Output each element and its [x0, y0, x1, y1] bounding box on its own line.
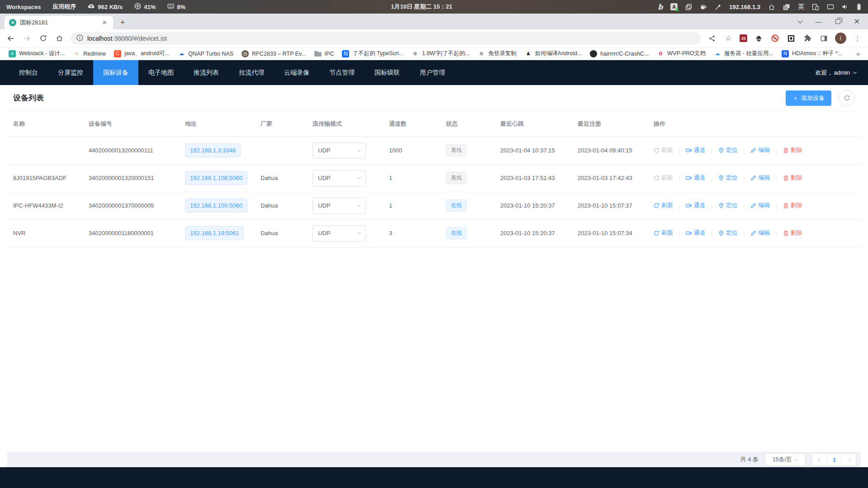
action-separator: |	[776, 204, 777, 210]
bookmark-item[interactable]: ≡ Webstack - 设计...	[5, 48, 69, 59]
action-channel[interactable]: 通道	[686, 146, 705, 154]
input-method-indicator[interactable]: 英	[798, 3, 804, 11]
action-locate[interactable]: 定位	[718, 174, 738, 182]
info-icon[interactable]	[76, 34, 83, 43]
bing-tray-icon[interactable]: b	[658, 3, 663, 11]
bookmark-item[interactable]: C java、android可...	[110, 48, 174, 59]
coffee-tray-icon[interactable]	[700, 4, 707, 10]
nav-item-user-manage[interactable]: 用户管理	[410, 60, 455, 85]
bookmark-item[interactable]: ⊕ 1.8W字|了不起的...	[408, 48, 474, 59]
reload-icon[interactable]	[38, 33, 48, 43]
browser-menu-icon[interactable]: ⋮	[853, 33, 863, 43]
nav-item-node-manage[interactable]: 节点管理	[319, 60, 365, 85]
nav-item-e-map[interactable]: 电子地图	[138, 60, 184, 85]
bookmark-item[interactable]: ◎ RFC2833 – RTP Ev...	[237, 49, 310, 59]
action-refresh[interactable]: 刷新	[654, 201, 673, 209]
battery-icon[interactable]	[856, 3, 862, 10]
chevron-down-icon[interactable]	[798, 20, 802, 23]
action-refresh[interactable]: 刷新	[654, 174, 673, 182]
bookmark-item[interactable]: ⊕ 免登录复制	[474, 48, 521, 59]
translate-tray-icon[interactable]: A	[670, 3, 678, 10]
clipboard-icon[interactable]	[685, 4, 692, 10]
prev-page-button[interactable]	[812, 454, 827, 465]
share-icon[interactable]	[707, 33, 717, 43]
browser-tab-strip: ❋ 国标28181 ✕ ＋ — ✕	[0, 14, 868, 29]
nav-item-split-screen[interactable]: 分屏监控	[48, 60, 93, 85]
nav-item-pull-proxy[interactable]: 拉流代理	[229, 60, 274, 85]
workspaces-button[interactable]: Workspaces	[6, 4, 41, 10]
stream-mode-select[interactable]: UDP	[313, 225, 366, 242]
volume-icon[interactable]	[842, 4, 849, 10]
nav-item-gb-cascade[interactable]: 国标级联	[365, 60, 410, 85]
camera-blocked-extension-icon[interactable]	[770, 33, 780, 43]
action-delete[interactable]: 删除	[783, 201, 802, 209]
side-panel-icon[interactable]	[819, 33, 829, 43]
current-page-number[interactable]: 1	[827, 454, 841, 465]
action-edit[interactable]: 编辑	[750, 229, 770, 237]
home-icon[interactable]	[54, 33, 64, 43]
network-speed-indicator[interactable]: 962 KB/s	[88, 3, 123, 11]
bookmark-item[interactable]: ♟ 如何编译Android...	[521, 48, 586, 59]
refresh-list-button[interactable]	[839, 90, 855, 106]
page-size-select[interactable]: 15条/页	[765, 453, 806, 466]
clock[interactable]: 1月10日 星期二 15：21	[391, 3, 452, 11]
add-device-button[interactable]: ＋ 添加设备	[786, 90, 831, 106]
restore-button[interactable]	[835, 19, 840, 24]
applications-menu[interactable]: 应用程序	[52, 3, 76, 11]
bookmarks-overflow-icon[interactable]: »	[853, 50, 863, 57]
action-locate[interactable]: 定位	[718, 146, 738, 154]
profile-avatar[interactable]: I	[835, 33, 846, 44]
action-edit[interactable]: 编辑	[750, 201, 770, 209]
action-channel[interactable]: 通道	[686, 229, 705, 237]
bookmark-item[interactable]: ☁ 服务器 - 轻量应用...	[710, 48, 778, 59]
url-bar[interactable]: localhost:38080/#/deviceList	[71, 32, 701, 45]
stream-mode-select[interactable]: UDP	[313, 170, 366, 186]
bookmark-item[interactable]: ∩ Redmine	[69, 49, 110, 59]
windows-overlap-icon[interactable]	[783, 4, 790, 10]
new-tab-button[interactable]: ＋	[117, 16, 128, 28]
cpu-usage-indicator[interactable]: 41%	[134, 3, 156, 11]
nav-item-cloud-record[interactable]: 云端录像	[274, 60, 319, 85]
phone-link-icon[interactable]	[812, 4, 819, 10]
nav-item-gb-device[interactable]: 国标设备	[93, 60, 138, 85]
incognito-extension-icon[interactable]	[754, 33, 764, 43]
nav-item-console[interactable]: 控制台	[9, 60, 48, 85]
action-channel[interactable]: 通道	[686, 174, 705, 182]
nav-item-push-stream[interactable]: 推流列表	[184, 60, 229, 85]
action-delete[interactable]: 删除	[783, 174, 802, 182]
close-button[interactable]: ✕	[854, 17, 860, 26]
action-delete[interactable]: 删除	[783, 146, 802, 154]
color-picker-icon[interactable]	[715, 4, 721, 10]
bookmark-item[interactable]: IPC	[310, 49, 338, 59]
bookmark-star-icon[interactable]: ☆	[723, 33, 733, 43]
action-locate[interactable]: 定位	[718, 201, 738, 209]
minimize-button[interactable]: —	[816, 18, 822, 25]
home-tray-icon[interactable]	[768, 4, 775, 10]
stream-mode-select[interactable]: UDP	[313, 198, 366, 214]
tab-close-icon[interactable]: ✕	[100, 19, 109, 27]
ip-address-indicator[interactable]: 192.168.1.3	[729, 4, 760, 10]
stream-mode-select[interactable]: UDP	[313, 142, 366, 159]
display-tray-icon[interactable]	[827, 4, 834, 10]
extensions-puzzle-icon[interactable]	[802, 33, 812, 43]
next-page-button[interactable]	[841, 454, 856, 465]
action-refresh[interactable]: 刷新	[654, 229, 673, 237]
user-menu[interactable]: 欢迎，admin	[816, 69, 868, 77]
action-edit[interactable]: 编辑	[750, 146, 770, 154]
bookmark-item[interactable]: N HDAtmos :: 种子 *...	[778, 48, 846, 59]
screenshot-extension-icon[interactable]	[786, 33, 796, 43]
forward-icon[interactable]	[22, 33, 32, 43]
js-extension-icon[interactable]: JS	[740, 34, 747, 42]
bookmark-item[interactable]: ☁ QNAP Turbo NAS	[174, 49, 237, 59]
action-edit[interactable]: 编辑	[750, 174, 770, 182]
action-locate[interactable]: 定位	[718, 229, 738, 237]
action-channel[interactable]: 通道	[686, 201, 705, 209]
browser-tab[interactable]: ❋ 国标28181 ✕	[5, 16, 113, 29]
bookmark-item[interactable]: 知 了不起的 TypeScri...	[338, 48, 408, 59]
action-delete[interactable]: 删除	[783, 229, 802, 237]
back-icon[interactable]	[5, 33, 15, 43]
bookmark-item[interactable]: ✿ WVP-PRO文档	[653, 48, 710, 59]
bookmark-item[interactable]: hairrrrr/C-CrashC...	[586, 49, 653, 59]
memory-usage-indicator[interactable]: 8%	[167, 3, 185, 11]
action-refresh[interactable]: 刷新	[654, 146, 673, 154]
